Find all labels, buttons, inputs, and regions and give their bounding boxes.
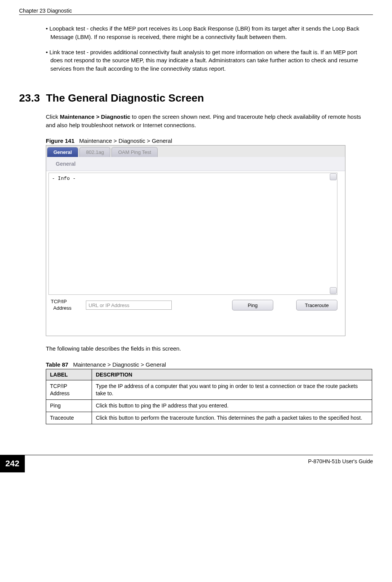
table-caption: Table 87 Maintenance > Diagnostic > Gene… — [46, 361, 369, 368]
screenshot-figure: General 802.1ag OAM Ping Test General - … — [46, 145, 345, 336]
ping-button[interactable]: Ping — [232, 300, 273, 310]
scroll-up-icon[interactable] — [330, 173, 337, 180]
th-label: LABEL — [46, 369, 92, 380]
section-title: The General Diagnostic Screen — [46, 92, 204, 104]
bullet-loopback: Loopback test - checks if the MEP port r… — [46, 24, 369, 41]
page-footer: 242 P-870HN-51b User's Guide — [19, 455, 373, 474]
bullet-linktrace: Link trace test - provides additional co… — [46, 48, 369, 73]
figure-caption: Figure 141 Maintenance > Diagnostic > Ge… — [46, 137, 369, 144]
cell-label: Ping — [46, 399, 92, 412]
tabs-row: General 802.1ag OAM Ping Test — [46, 146, 345, 157]
info-text: - Info - — [52, 176, 76, 181]
cell-desc: Click this button to ping the IP address… — [92, 399, 372, 412]
table-row: Traceoute Click this button to perform t… — [46, 412, 372, 424]
table-intro: The following table describes the fields… — [46, 344, 369, 353]
address-label: TCP/IP Address — [51, 299, 82, 312]
cell-desc: Click this button to perform the tracero… — [92, 412, 372, 424]
address-input[interactable] — [86, 301, 172, 310]
page-number: 242 — [0, 455, 25, 472]
footer-guide-name: P-870HN-51b User's Guide — [308, 458, 373, 464]
table-row: Ping Click this button to ping the IP ad… — [46, 399, 372, 412]
chapter-header: Chapter 23 Diagnostic — [19, 8, 373, 14]
info-textarea: - Info - — [48, 173, 337, 295]
section-number: 23.3 — [19, 92, 40, 104]
section-label-bar: General — [46, 157, 345, 171]
section-heading: 23.3The General Diagnostic Screen — [19, 92, 369, 104]
tab-8021ag[interactable]: 802.1ag — [79, 147, 110, 157]
tab-oam-ping[interactable]: OAM Ping Test — [111, 147, 157, 157]
scroll-down-icon[interactable] — [330, 287, 337, 294]
description-table: LABEL DESCRIPTION TCP/IP Address Type th… — [46, 369, 372, 424]
cell-label: TCP/IP Address — [46, 380, 92, 400]
th-description: DESCRIPTION — [92, 369, 372, 380]
traceroute-button[interactable]: Traceroute — [296, 300, 337, 310]
table-row: TCP/IP Address Type the IP address of a … — [46, 380, 372, 400]
tab-general[interactable]: General — [47, 147, 78, 157]
input-row: TCP/IP Address Ping Traceroute — [46, 296, 345, 315]
section-intro: Click Maintenance > Diagnostic to open t… — [46, 113, 369, 129]
cell-desc: Type the IP address of a computer that y… — [92, 380, 372, 400]
cell-label: Traceoute — [46, 412, 92, 424]
